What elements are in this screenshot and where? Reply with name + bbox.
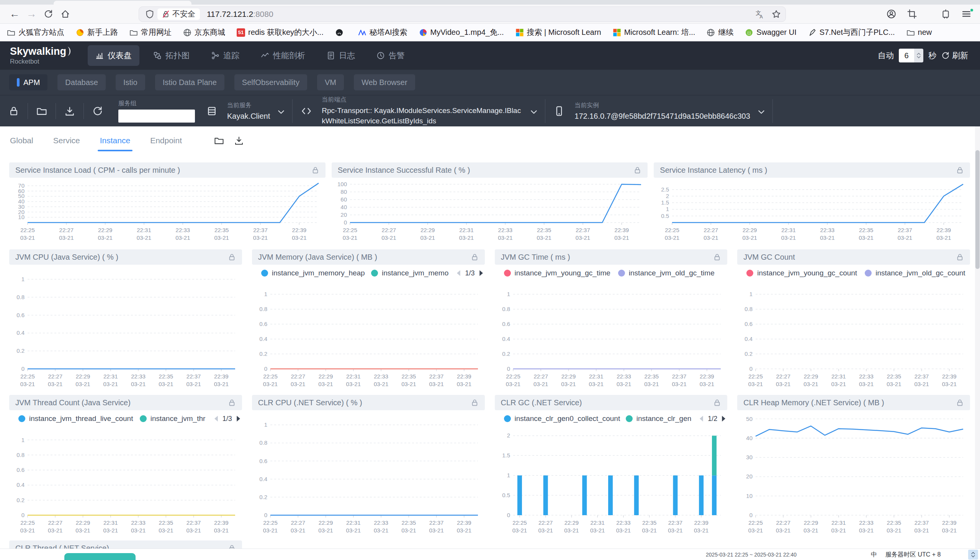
workspace-tab-vm[interactable]: VM — [317, 74, 344, 90]
chart-canvas[interactable]: 00.20.40.60.8122:2503-2122:2703-2122:290… — [252, 282, 485, 391]
bookmark-item[interactable]: S7.Net与西门子PLC... — [808, 27, 895, 38]
chart-panel-header[interactable]: JVM CPU (Java Service) ( % ) — [9, 249, 242, 265]
workspace-tab-database[interactable]: Database — [57, 74, 106, 90]
lock-icon[interactable] — [228, 253, 236, 261]
chart-canvas[interactable]: 0102030405022:2503-2122:2703-2122:2903-2… — [737, 410, 970, 537]
legend-item[interactable]: instance_jvm_thr — [140, 415, 205, 423]
bookmark-item[interactable]: Microsoft Learn: 培... — [613, 27, 695, 38]
bookmark-item[interactable]: 搜索 | Microsoft Learn — [516, 27, 601, 38]
bookmark-item[interactable]: MyVideo_1.mp4_免... — [419, 27, 504, 38]
lock-icon[interactable] — [956, 253, 964, 261]
reload-button[interactable] — [40, 7, 57, 22]
endpoint-selector[interactable]: 当前端点 Rpc-Transport:: Kayak.IModuleServic… — [322, 96, 523, 126]
bookmark-item[interactable]: 火狐官方站点 — [7, 27, 64, 38]
chart-canvas[interactable]: 00.20.40.60.8122:2503-2122:2703-2122:290… — [252, 410, 485, 537]
legend-item[interactable]: instance_jvm_old_gc_count — [865, 269, 965, 277]
bookmark-item[interactable]: {;}Swagger UI — [745, 28, 797, 37]
tab-instance[interactable]: Instance — [99, 128, 131, 153]
chart-panel-header[interactable]: JVM GC Count — [737, 249, 970, 265]
scrollbar-thumb[interactable] — [975, 150, 980, 269]
timezone-spinner[interactable] — [968, 550, 978, 560]
workspace-tab-web-browser[interactable]: Web Browser — [354, 74, 415, 90]
legend-pager[interactable]: 1/3 — [455, 269, 484, 277]
chart-panel-header[interactable]: Service Instance Load ( CPM - calls per … — [9, 162, 326, 178]
chart-canvas[interactable]: 0.511.522.522:2503-2122:2703-2122:2903-2… — [654, 178, 970, 245]
translate-icon[interactable]: 文A — [755, 10, 764, 19]
download-icon[interactable] — [234, 136, 244, 145]
legend-item[interactable]: instance_jvm_memo — [371, 269, 448, 277]
chart-panel-header[interactable]: JVM Memory (Java Service) ( MB ) — [252, 249, 485, 265]
timezone-label[interactable]: 服务器时区 UTC + 8 — [885, 551, 940, 559]
chart-panel-header[interactable]: JVM GC Time ( ms ) — [495, 249, 728, 265]
security-badge[interactable]: 不安全 — [157, 8, 200, 20]
tab-service[interactable]: Service — [52, 128, 81, 153]
legend-item[interactable]: instance_jvm_young_gc_time — [504, 269, 611, 277]
back-button[interactable]: ← — [6, 7, 23, 22]
bookmark-item[interactable]: 常用网址 — [130, 27, 171, 38]
bookmark-item[interactable] — [335, 28, 346, 37]
nav-item-0[interactable]: 仪表盘 — [88, 45, 140, 66]
chart-panel-header[interactable]: Service Instance Latency ( ms ) — [654, 162, 970, 178]
home-button[interactable] — [57, 7, 73, 22]
screenshot-button[interactable] — [903, 7, 920, 22]
chart-panel-header[interactable]: Service Instance Successful Rate ( % ) — [332, 162, 648, 178]
language-toggle[interactable]: 中 — [871, 551, 877, 559]
forward-button[interactable]: → — [23, 7, 40, 22]
chevron-down-icon[interactable] — [531, 109, 537, 113]
bookmark-item[interactable]: 新手上路 — [76, 27, 118, 38]
refresh-button[interactable]: 刷新 — [941, 50, 968, 61]
lock-icon[interactable] — [471, 253, 479, 261]
legend-pager[interactable]: 1/3 — [213, 415, 242, 423]
extension-button[interactable] — [937, 7, 954, 22]
nav-item-5[interactable]: 告警 — [369, 45, 413, 66]
app-logo[interactable]: Skywalking Rocketbot — [10, 47, 72, 65]
chart-canvas[interactable]: 00.20.40.60.8122:2503-2122:2703-2122:290… — [9, 427, 242, 537]
url-bar[interactable]: 不安全 117.72.121.2:8080 文A — [139, 7, 786, 22]
folder-tool-button[interactable] — [37, 106, 47, 117]
lock-icon[interactable] — [471, 399, 479, 407]
refresh-tool-button[interactable] — [92, 106, 103, 117]
nav-item-3[interactable]: 性能剖析 — [253, 45, 313, 66]
nav-item-4[interactable]: 日志 — [319, 45, 363, 66]
time-range[interactable]: 2025-03-21 22:25 ~ 2025-03-21 22:40 — [706, 552, 797, 558]
legend-item[interactable]: instance_clr_gen — [626, 415, 690, 423]
legend-pager[interactable]: 1/2 — [698, 415, 727, 423]
workspace-tab-istio-data-plane[interactable]: Istio Data Plane — [155, 74, 225, 90]
scrollbar[interactable] — [975, 127, 980, 548]
nav-item-1[interactable]: 拓扑图 — [146, 45, 197, 66]
chart-panel-header[interactable]: JVM Thread Count (Java Service) — [9, 395, 242, 410]
chart-canvas[interactable]: 00.20.40.60.8122:2503-2122:2703-2122:290… — [495, 282, 728, 391]
chevron-down-icon[interactable] — [278, 109, 285, 113]
workspace-tab-selfobservability[interactable]: SelfObservability — [235, 74, 307, 90]
legend-item[interactable]: instance_clr_gen0_collect_count — [504, 415, 618, 423]
account-button[interactable] — [883, 7, 900, 22]
shield-icon[interactable] — [145, 10, 154, 19]
chart-canvas[interactable]: 00.20.40.60.8122:2503-2122:2703-2122:290… — [9, 265, 242, 391]
bookmark-item[interactable]: 京东商城 — [183, 27, 225, 38]
browser-tab-strip[interactable] — [0, 0, 980, 5]
folder-icon[interactable] — [214, 136, 224, 145]
chart-panel-header[interactable]: CLR CPU (.NET Service) ( % ) — [252, 395, 485, 410]
download-tool-button[interactable] — [64, 106, 75, 117]
lock-icon[interactable] — [228, 399, 236, 407]
lock-icon[interactable] — [634, 166, 641, 174]
browser-active-tab[interactable] — [53, 1, 191, 5]
interval-spinner[interactable] — [914, 48, 923, 62]
bookmark-item[interactable]: 继续 — [707, 27, 734, 38]
lock-tool-button[interactable] — [8, 106, 19, 117]
workspace-tab-istio[interactable]: Istio — [116, 74, 145, 90]
legend-item[interactable]: instance_jvm_thread_live_count — [18, 415, 132, 423]
nav-item-2[interactable]: 追踪 — [203, 45, 247, 66]
legend-item[interactable]: instance_jvm_old_gc_time — [618, 269, 715, 277]
lock-icon[interactable] — [311, 166, 319, 174]
workspace-tab-apm[interactable]: APM — [9, 74, 48, 90]
service-group-input[interactable] — [118, 110, 195, 123]
lock-icon[interactable] — [956, 166, 964, 174]
url-text[interactable]: 117.72.121.2:8080 — [207, 10, 273, 19]
menu-button[interactable] — [958, 7, 975, 22]
chevron-down-icon[interactable] — [758, 109, 765, 113]
bookmark-item[interactable]: 秘塔AI搜索 — [358, 27, 408, 38]
lock-icon[interactable] — [956, 399, 964, 407]
chart-canvas[interactable]: 00.511.5222:2503-2122:2703-2122:2903-212… — [495, 427, 728, 537]
chart-panel-header[interactable]: CLR Heap Memory (.NET Service) ( MB ) — [737, 395, 970, 410]
